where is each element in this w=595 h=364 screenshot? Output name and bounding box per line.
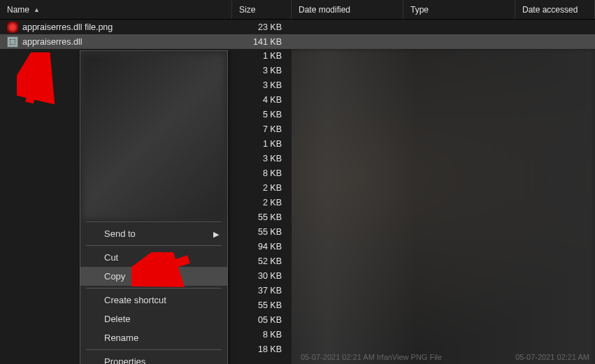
menu-properties[interactable]: Properties: [80, 352, 227, 364]
dll-file-icon: [7, 36, 18, 48]
file-size: 1 KB: [232, 49, 292, 64]
file-size: 05 KB: [232, 313, 292, 328]
menu-separator: [86, 221, 222, 222]
file-size: 52 KB: [232, 254, 292, 269]
annotation-arrow-icon: [17, 52, 66, 108]
header-type-label: Type: [410, 5, 429, 15]
file-size: 3 KB: [232, 64, 292, 78]
context-menu: Send to▶ Cut Copy Create shortcut Delete…: [80, 50, 228, 364]
file-size: 2 KB: [232, 181, 292, 196]
header-size[interactable]: Size: [232, 0, 292, 19]
header-accessed-label: Date accessed: [522, 5, 578, 15]
file-size: 23 KB: [232, 22, 292, 32]
file-size: 55 KB: [232, 298, 292, 313]
sort-asc-icon: ▲: [34, 6, 40, 13]
file-size: 3 KB: [232, 152, 292, 166]
menu-separator: [86, 245, 222, 246]
column-headers: Name▲ Size Date modified Type Date acces…: [0, 0, 595, 20]
file-row[interactable]: appraiserres.dll file.png 23 KB: [0, 20, 595, 34]
header-accessed[interactable]: Date accessed: [515, 0, 595, 19]
file-size: 2 KB: [232, 196, 292, 210]
svg-line-1: [137, 259, 189, 276]
header-type[interactable]: Type: [403, 0, 515, 19]
file-row[interactable]: appraiserres.dll 141 KB: [0, 34, 595, 49]
file-size: 3 KB: [232, 78, 292, 93]
file-size: 55 KB: [232, 210, 292, 225]
png-file-icon: [7, 22, 18, 33]
file-size: 18 KB: [232, 342, 292, 357]
menu-separator: [86, 288, 222, 289]
menu-delete[interactable]: Delete: [80, 310, 227, 328]
file-size: 5 KB: [232, 108, 292, 122]
menu-rename[interactable]: Rename: [80, 328, 227, 347]
chevron-right-icon: ▶: [213, 229, 219, 238]
header-date-label: Date modified: [299, 5, 350, 15]
header-size-label: Size: [239, 5, 255, 15]
file-name: appraiserres.dll: [22, 37, 82, 47]
status-footer: 05-07-2021 02:21 AM IrfanView PNG File 0…: [301, 353, 589, 361]
file-size: 94 KB: [232, 240, 292, 254]
file-size: 141 KB: [232, 37, 292, 47]
header-name-label: Name: [7, 5, 29, 15]
file-size: 8 KB: [232, 166, 292, 181]
size-column-values: 1 KB3 KB3 KB4 KB5 KB7 KB1 KB3 KB8 KB2 KB…: [232, 49, 292, 357]
menu-rename-label: Rename: [104, 333, 138, 343]
menu-send-to-label: Send to: [104, 228, 136, 239]
file-size: 8 KB: [232, 328, 292, 342]
file-size: 30 KB: [232, 269, 292, 284]
footer-right: 05-07-2021 02:21 AM: [515, 353, 589, 361]
menu-separator: [86, 349, 222, 350]
file-size: 1 KB: [232, 137, 292, 152]
file-size: 55 KB: [232, 225, 292, 240]
menu-cut-label: Cut: [104, 252, 118, 263]
header-date[interactable]: Date modified: [292, 0, 403, 19]
footer-left: 05-07-2021 02:21 AM IrfanView PNG File: [301, 353, 442, 361]
annotation-arrow-icon: [131, 252, 194, 287]
file-explorer: Name▲ Size Date modified Type Date acces…: [0, 0, 595, 364]
menu-delete-label: Delete: [104, 314, 131, 324]
menu-copy-label: Copy: [104, 271, 125, 282]
file-size: 37 KB: [232, 284, 292, 298]
file-size: 7 KB: [232, 122, 292, 137]
file-size: 4 KB: [232, 93, 292, 108]
menu-properties-label: Properties: [104, 356, 145, 364]
header-name[interactable]: Name▲: [0, 0, 232, 19]
menu-send-to[interactable]: Send to▶: [80, 224, 227, 243]
file-name: appraiserres.dll file.png: [22, 22, 113, 32]
menu-create-shortcut[interactable]: Create shortcut: [80, 291, 227, 310]
svg-line-0: [29, 58, 40, 103]
context-menu-upper-blur: [83, 54, 224, 219]
menu-create-shortcut-label: Create shortcut: [104, 295, 166, 305]
